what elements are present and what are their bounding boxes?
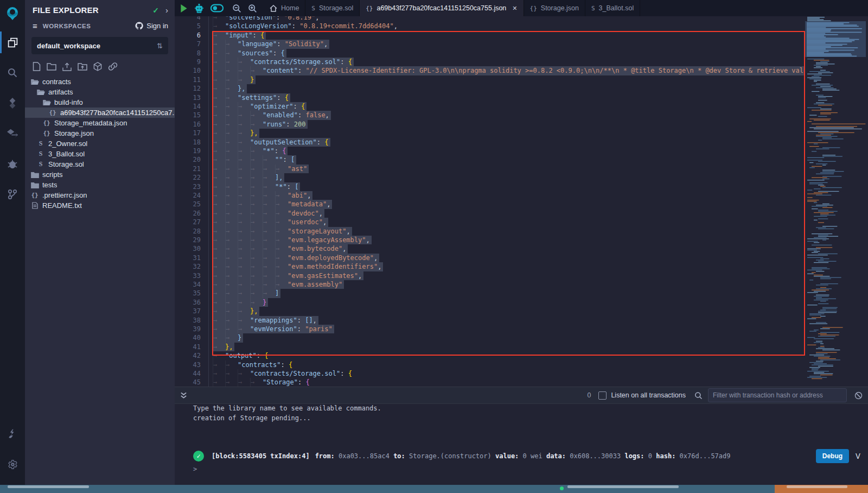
file-explorer-icon[interactable] [0,27,25,58]
debugger-icon[interactable] [0,149,25,179]
tx-count-badge: 0 [587,391,591,399]
file-tree: contractsartifactsbuild-info{}a69b43f277… [25,77,175,211]
tab-storage-sol[interactable]: SStorage.sol [305,0,360,16]
tab-3-ballot-sol[interactable]: S3_Ballot.sol [585,0,640,16]
zoom-in-icon[interactable] [248,4,257,13]
tree-item-3-ballot-sol[interactable]: S3_Ballot.sol [25,149,175,159]
check-icon: ✓ [152,6,159,15]
line-number: 31 [175,254,201,263]
tree-item-prettierrc-json[interactable]: {}.prettierrc.json [25,190,175,200]
ai-assistant-icon[interactable] [194,4,204,13]
terminal-output[interactable]: Type the library name to see available c… [175,403,868,485]
tree-item-scripts[interactable]: scripts [25,169,175,180]
code-line-44: →→→"contracts/Storage.sol": { [213,369,805,378]
workspace-sort-icon[interactable]: ⇅ [157,42,163,50]
workspaces-label: WORKSPACES [43,23,135,29]
code-line-32: →→→→→→"evm.methodIdentifiers", [213,262,805,271]
line-number: 15 [175,111,201,120]
tree-item-tests[interactable]: tests [25,180,175,190]
tree-item-storage-json[interactable]: {}Storage.json [25,128,175,138]
folder-open-icon [42,99,51,106]
listen-checkbox[interactable] [598,391,607,400]
code-line-43: →→"contracts": { [213,361,805,369]
listen-label: Listen on all transactions [611,391,686,399]
expand-terminal-icon[interactable] [180,391,187,399]
chevron-right-icon[interactable]: › [165,5,168,15]
minimap-viewport[interactable] [805,21,866,57]
line-number: 20 [175,155,201,165]
home-icon [270,5,277,12]
link-icon[interactable] [108,62,118,71]
terminal-prompt[interactable]: > [193,465,197,473]
code-line-41: →}, [213,343,805,351]
code-line-15: →→→→"enabled": false, [213,111,805,119]
tree-item-label: Storage.json [54,129,94,137]
code-line-26: →→→→→→"devdoc", [213,209,805,218]
tree-item-storage-metadata-json[interactable]: {}Storage_metadata.json [25,118,175,128]
tree-item-label: artifacts [48,88,73,96]
clear-console-icon[interactable] [854,391,863,400]
sign-in-button[interactable]: Sign in [135,22,168,30]
ipfs-box-icon[interactable] [93,62,102,71]
run-script-icon[interactable] [180,4,188,12]
line-number: 25 [175,200,201,209]
git-icon[interactable] [0,179,25,210]
tree-item-2-owner-sol[interactable]: S2_Owner.sol [25,138,175,149]
json-icon: {} [42,119,51,127]
tab-a69b43f277ba20fcac141151250ca755-json[interactable]: {}a69b43f277ba20fcac141151250ca755.json✕ [360,0,524,16]
workspace-name: default_workspace [37,42,157,50]
code-line-27: →→→→→→"userdoc", [213,218,805,226]
tree-item-label: Storage.sol [48,160,84,168]
tree-item-storage-sol[interactable]: SStorage.sol [25,159,175,169]
code-editor[interactable]: 4567891011121314151617181920212223242526… [175,16,868,387]
new-file-icon[interactable] [33,62,41,71]
sign-in-label: Sign in [146,22,168,30]
folder-icon [30,172,39,178]
file-explorer-panel: FILE EXPLORER ✓ › ≡ WORKSPACES Sign in d… [25,0,175,485]
json-icon: {} [30,192,39,199]
remix-logo-icon[interactable] [0,0,25,27]
tab-storage-json[interactable]: {}Storage.json [524,0,585,16]
tree-item-readme-txt[interactable]: README.txt [25,200,175,211]
close-tab-icon[interactable]: ✕ [512,5,517,12]
tree-item-label: Storage_metadata.json [54,119,127,127]
terminal: 0 Listen on all transactions Type the li… [175,387,868,485]
line-number: 34 [175,280,201,289]
tree-item-artifacts[interactable]: artifacts [25,87,175,97]
code-lines: →"solcVersion": "0.8.19",→"solcLongVersi… [213,16,805,387]
hamburger-menu-icon[interactable]: ≡ [33,21,37,30]
minimap[interactable] [805,16,866,387]
expand-tx-icon[interactable]: ᐯ [856,452,860,460]
settings-gear-icon[interactable] [0,449,25,479]
line-number: 44 [175,369,201,378]
transaction-filter-input[interactable] [708,388,847,402]
debug-button[interactable]: Debug [816,449,849,463]
terminal-search-icon[interactable] [694,391,703,400]
code-line-29: →→→→→→"evm.legacyAssembly", [213,236,805,244]
tree-item-label: scripts [42,170,63,179]
new-folder-icon[interactable] [47,62,56,71]
transaction-row[interactable]: ✓ [block:5583405 txIndex:4]from: 0xa03..… [193,449,860,463]
tree-item-a69b43f277ba20fcac141151250ca7[interactable]: {}a69b43f277ba20fcac141151250ca7... [25,108,175,118]
code-line-45: →→→→"Storage": { [213,378,805,387]
status-text-alert [787,485,847,488]
toggle-on-icon[interactable] [210,4,224,12]
tab-home[interactable]: Home [264,0,305,16]
upload-file-icon[interactable] [62,62,72,71]
code-line-17: →→→}, [213,129,805,137]
search-icon[interactable] [0,58,25,88]
plugin-manager-icon[interactable] [0,419,25,449]
code-line-6: →"input": { [213,31,805,40]
tree-item-build-info[interactable]: build-info [25,97,175,108]
deploy-run-icon[interactable] [0,118,25,149]
tree-item-label: contracts [42,78,71,86]
tab-label: Storage.json [541,4,579,12]
solidity-compiler-icon[interactable] [0,88,25,118]
code-line-42: →"output": { [213,351,805,360]
upload-folder-icon[interactable] [78,62,87,71]
tree-item-contracts[interactable]: contracts [25,77,175,87]
workspace-select[interactable]: default_workspace ⇅ [31,37,168,54]
line-number: 19 [175,147,201,156]
status-alert-segment[interactable] [775,485,868,493]
zoom-out-icon[interactable] [232,4,241,13]
